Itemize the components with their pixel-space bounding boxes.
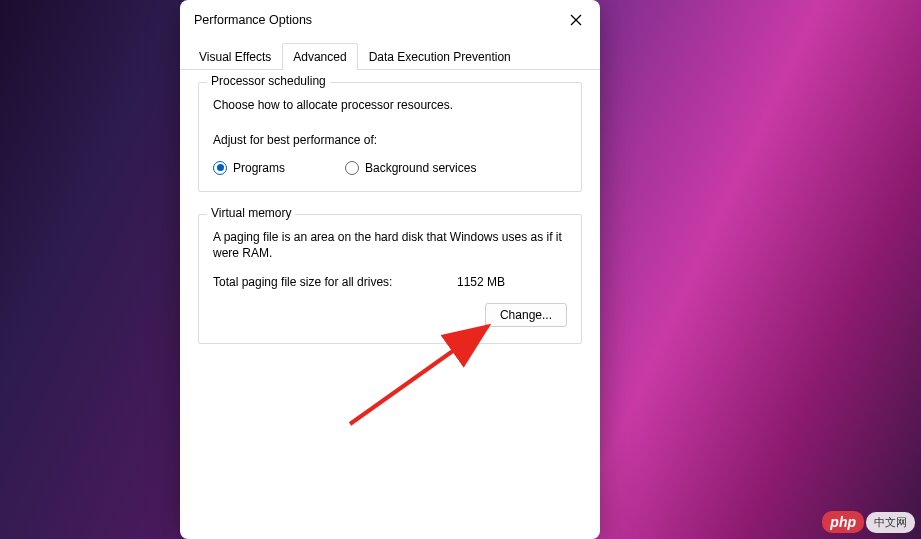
virtual-memory-group: Virtual memory A paging file is an area … — [198, 214, 582, 344]
adjust-label: Adjust for best performance of: — [213, 132, 567, 149]
radio-programs[interactable]: Programs — [213, 161, 285, 175]
button-row: Change... — [213, 303, 567, 327]
radio-programs-label: Programs — [233, 161, 285, 175]
processor-scheduling-group: Processor scheduling Choose how to alloc… — [198, 82, 582, 192]
titlebar: Performance Options — [180, 0, 600, 38]
radio-icon — [345, 161, 359, 175]
tabstrip: Visual Effects Advanced Data Execution P… — [180, 42, 600, 70]
processor-description: Choose how to allocate processor resourc… — [213, 97, 567, 114]
watermark-text: 中文网 — [866, 512, 915, 533]
watermark: php 中文网 — [822, 511, 915, 533]
paging-total-label: Total paging file size for all drives: — [213, 274, 457, 291]
change-button[interactable]: Change... — [485, 303, 567, 327]
watermark-logo: php — [822, 511, 864, 533]
virtual-memory-description: A paging file is an area on the hard dis… — [213, 229, 567, 263]
close-button[interactable] — [566, 10, 586, 30]
tab-dep[interactable]: Data Execution Prevention — [358, 43, 522, 70]
tab-advanced[interactable]: Advanced — [282, 43, 357, 70]
tab-content: Processor scheduling Choose how to alloc… — [180, 70, 600, 378]
virtual-memory-legend: Virtual memory — [207, 206, 295, 220]
radio-row: Programs Background services — [213, 161, 567, 175]
radio-icon — [213, 161, 227, 175]
paging-total-value: 1152 MB — [457, 274, 567, 291]
tab-visual-effects[interactable]: Visual Effects — [188, 43, 282, 70]
processor-legend: Processor scheduling — [207, 74, 330, 88]
window-title: Performance Options — [194, 13, 312, 27]
paging-size-row: Total paging file size for all drives: 1… — [213, 274, 567, 291]
close-icon — [570, 14, 582, 26]
radio-background-services[interactable]: Background services — [345, 161, 476, 175]
performance-options-dialog: Performance Options Visual Effects Advan… — [180, 0, 600, 539]
radio-background-label: Background services — [365, 161, 476, 175]
